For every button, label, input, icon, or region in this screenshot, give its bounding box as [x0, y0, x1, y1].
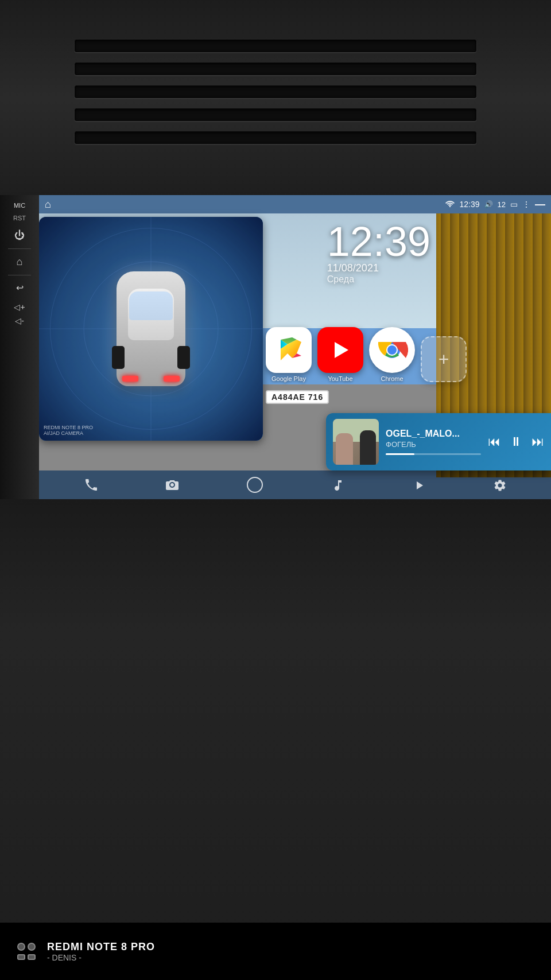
camera-info: REDMI NOTE 8 PRO AI/JAD CAMERA	[44, 425, 93, 436]
license-plate: А484АЕ 716	[266, 390, 329, 404]
clock-time: 12:39	[327, 221, 430, 262]
svg-point-13	[247, 477, 262, 492]
divider-2	[8, 275, 31, 275]
car-wheel-fr	[177, 346, 190, 369]
camera-type-label: AI/JAD CAMERA	[44, 430, 93, 436]
camera-circles	[17, 943, 36, 960]
car-wheel-fl	[112, 346, 125, 369]
settings-nav-icon	[493, 479, 506, 491]
home-side-button[interactable]: ⌂	[17, 256, 23, 268]
app-youtube[interactable]: YouTube	[317, 327, 363, 382]
music-title: OGEL_-_MALO...	[386, 429, 481, 439]
car-windshield	[129, 291, 173, 320]
brand-name: REDMI NOTE 8 PRO	[47, 941, 155, 953]
vol-down-button[interactable]: ◁-	[15, 316, 24, 325]
side-controls-panel: MIC RST ⏻ ⌂ ↩ ◁+ ◁-	[0, 195, 39, 499]
status-bar: ⌂ 12:39 🔊 12 ▭ ⋮ —	[39, 195, 551, 213]
svg-point-0	[449, 206, 451, 207]
app-google-play[interactable]: Google Play	[266, 327, 312, 382]
car-rear-light-left	[122, 376, 138, 382]
app-chrome[interactable]: Chrome	[369, 327, 415, 382]
chrome-svg	[376, 334, 408, 366]
divider-1	[8, 248, 31, 249]
gplay-label: Google Play	[271, 375, 306, 382]
nav-home-button[interactable]	[240, 470, 269, 499]
add-icon: +	[421, 336, 467, 382]
nav-music-button[interactable]	[325, 472, 350, 497]
mic-label: MIC	[14, 202, 25, 209]
vent-slots	[75, 34, 476, 149]
gplay-svg	[276, 337, 301, 363]
bottom-nav	[39, 470, 551, 499]
clock-display: 12:39 11/08/2021 Среда	[327, 221, 430, 285]
camera-model-label: REDMI NOTE 8 PRO	[44, 425, 93, 430]
music-progress-bar-container[interactable]	[386, 453, 481, 455]
youtube-icon	[317, 327, 363, 373]
status-left: ⌂	[45, 199, 51, 211]
rect-1	[17, 954, 25, 960]
vent-slot-5	[75, 131, 476, 144]
volume-icon: 🔊	[484, 200, 493, 208]
yt-label: YouTube	[328, 375, 352, 382]
video-nav-icon	[412, 479, 425, 491]
menu-icon[interactable]: ⋮	[522, 200, 530, 209]
power-button[interactable]: ⏻	[14, 230, 25, 242]
music-nav-icon	[331, 479, 344, 491]
status-time: 12:39	[459, 200, 479, 209]
camera-360-widget[interactable]: REDMI NOTE 8 PRO AI/JAD CAMERA	[39, 217, 263, 441]
brand-info: REDMI NOTE 8 PRO - DENIS -	[47, 941, 155, 962]
music-artist: ФОГЕЛЬ	[386, 440, 481, 449]
clock-date: 11/08/2021	[327, 262, 430, 274]
volume-level: 12	[498, 200, 506, 209]
prev-track-button[interactable]: ⏮	[488, 435, 500, 448]
circle-2	[28, 943, 36, 951]
nav-settings-button[interactable]	[487, 472, 512, 497]
next-track-button[interactable]: ⏭	[531, 435, 544, 448]
svg-point-12	[387, 345, 397, 355]
car-body	[117, 271, 185, 386]
circle-1	[17, 943, 25, 951]
music-controls: ⏮ ⏸ ⏭	[488, 435, 544, 448]
google-play-icon	[266, 327, 312, 373]
photo-person2	[360, 430, 376, 465]
dashboard-area: ← → 18 26 22	[0, 499, 551, 947]
nav-video-button[interactable]	[406, 472, 431, 497]
phone-icon	[85, 479, 98, 491]
vent-slot-4	[75, 108, 476, 121]
app-add[interactable]: +	[421, 336, 467, 382]
car-rear-light-right	[164, 376, 180, 382]
music-progress-fill	[386, 453, 414, 455]
bottom-brand-strip: REDMI NOTE 8 PRO - DENIS -	[0, 923, 551, 980]
wifi-icon	[445, 200, 455, 209]
screen-content: ⌂ 12:39 🔊 12 ▭ ⋮ —	[39, 195, 551, 499]
chrome-label: Chrome	[381, 375, 403, 382]
camera-nav-icon	[166, 479, 179, 491]
rect-2	[28, 954, 36, 960]
clock-dow: Среда	[327, 274, 430, 285]
pause-button[interactable]: ⏸	[510, 435, 522, 448]
yt-play-icon	[335, 342, 348, 358]
back-side-button[interactable]: ↩	[16, 282, 24, 293]
nav-phone-button[interactable]	[79, 472, 104, 497]
home-nav-icon	[247, 477, 263, 493]
top-vent	[0, 0, 551, 195]
chrome-icon	[369, 327, 415, 373]
app-icons-row: Google Play YouTube	[266, 327, 428, 382]
music-info: OGEL_-_MALO... ФОГЕЛЬ	[386, 429, 481, 455]
status-home-icon[interactable]: ⌂	[45, 199, 51, 211]
nav-camera-button[interactable]	[160, 472, 185, 497]
vent-slot-1	[75, 40, 476, 52]
music-thumbnail	[333, 419, 379, 465]
recent-apps-icon[interactable]: ▭	[510, 200, 518, 209]
vent-slot-2	[75, 63, 476, 75]
status-right: 12:39 🔊 12 ▭ ⋮ —	[445, 199, 545, 211]
vol-up-button[interactable]: ◁+	[14, 302, 25, 312]
photo-person1	[336, 433, 353, 465]
add-plus-icon: +	[439, 350, 449, 368]
music-widget: OGEL_-_MALO... ФОГЕЛЬ ⏮ ⏸ ⏭	[326, 413, 551, 470]
rst-label: RST	[13, 215, 26, 221]
minimize-icon[interactable]: —	[535, 199, 545, 211]
vent-slot-3	[75, 85, 476, 98]
camera-car-view	[117, 271, 185, 386]
brand-sub: - DENIS -	[47, 953, 155, 962]
